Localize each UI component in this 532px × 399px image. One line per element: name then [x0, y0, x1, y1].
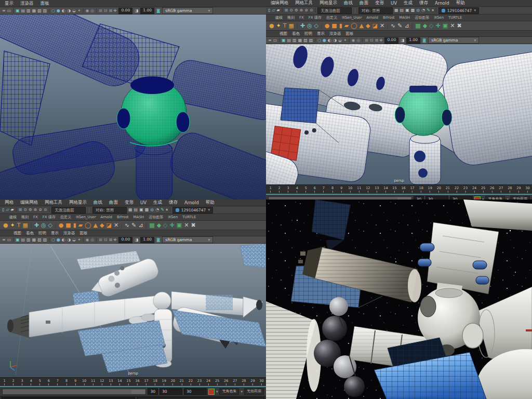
shelf-quad-draw-icon[interactable]: ▣	[177, 222, 182, 228]
wireframe-mode-icon[interactable]: ○	[51, 9, 55, 13]
safe-action-icon[interactable]: ▨	[43, 238, 47, 242]
shelf-quad-draw-icon[interactable]: ▣	[443, 23, 448, 29]
menu-item[interactable]: 渲染器	[63, 231, 75, 236]
render-view-icon[interactable]: ◍	[150, 208, 154, 212]
film-gate-icon[interactable]: ▤	[287, 38, 291, 43]
image-plane-icon[interactable]: ⊞	[99, 238, 102, 242]
timeline-frame-7[interactable]: 7	[57, 379, 59, 385]
range-bar[interactable]	[2, 389, 146, 395]
open-scene-icon[interactable]: ▱	[6, 208, 9, 212]
snap-view-plane-icon[interactable]: ⊜	[38, 208, 42, 212]
gamma-icon[interactable]: ◨	[401, 38, 404, 43]
timeline-frame-20[interactable]: 20	[171, 379, 175, 385]
hypershade-icon[interactable]: ▩	[145, 208, 149, 212]
timeline-frame-9[interactable]: 9	[340, 186, 342, 193]
toon-icon[interactable]: ◔	[155, 208, 159, 212]
shelf-poly-torus-icon[interactable]: ◯	[351, 23, 357, 29]
timeline-frame-18[interactable]: 18	[153, 379, 157, 385]
textured-mode-icon[interactable]: ◐	[328, 38, 331, 43]
shelf-tab[interactable]: 自定义	[60, 215, 71, 220]
viewport-3d-wireframe[interactable]	[0, 15, 266, 200]
shelf-delete-icon[interactable]: ✖	[457, 23, 461, 29]
timeline-frame-16[interactable]: 16	[401, 186, 405, 193]
timeline-frame-21[interactable]: 21	[446, 186, 450, 193]
render-icon[interactable]: ▦	[128, 208, 132, 212]
shelf-tab[interactable]: Arnold	[100, 215, 112, 219]
shelf-star-icon[interactable]: ✦	[10, 222, 15, 228]
sequence-time-icon[interactable]: ⊟	[104, 238, 108, 242]
viewport-3d-shaded-wire[interactable]: persp	[266, 44, 532, 184]
menu-item[interactable]: 曲线	[344, 0, 353, 6]
shadows-icon[interactable]: ◒	[338, 38, 342, 43]
timeline-frame-26[interactable]: 26	[490, 186, 494, 193]
shelf-tab[interactable]: 雕刻	[287, 15, 295, 20]
menu-item[interactable]: 视图	[280, 31, 287, 36]
exposure-icon[interactable]: ✛	[379, 38, 382, 43]
menu-item[interactable]: 曲面	[109, 200, 118, 206]
select-camera-icon[interactable]: ▭	[7, 238, 11, 242]
textured-mode-icon[interactable]: ◐	[62, 9, 65, 13]
shelf-extrude-icon[interactable]: ▲	[360, 23, 364, 29]
wireframe-mode-icon[interactable]: ○	[317, 38, 321, 43]
menu-item[interactable]: 变形	[375, 0, 384, 6]
character-set-dropdown[interactable]: 无角色集	[219, 388, 239, 395]
timeline-frame-23[interactable]: 23	[197, 379, 202, 385]
safe-action-icon[interactable]: ▨	[309, 38, 313, 43]
grid-toggle-icon[interactable]: ▣	[16, 9, 20, 13]
shaded-mode-icon[interactable]: ●	[57, 238, 60, 242]
menu-item[interactable]: 显示	[51, 231, 59, 236]
exposure-icon[interactable]: ✛	[113, 238, 116, 242]
shelf-crate-icon[interactable]: ▦	[289, 23, 294, 29]
symmetry-field[interactable]: 对称: 禁用	[92, 207, 127, 214]
timeline-frame-18[interactable]: 18	[419, 186, 423, 193]
timeline-frame-12[interactable]: 12	[366, 186, 370, 193]
menu-item[interactable]: 显示	[5, 1, 14, 7]
anim-layer-dropdown[interactable]: 无动画层	[510, 196, 530, 200]
xray-icon[interactable]: ◎	[90, 9, 94, 13]
timeline-frame-14[interactable]: 14	[383, 186, 388, 193]
gamma-field[interactable]: 1.00	[140, 8, 154, 14]
timeline-frame-4[interactable]: 4	[30, 379, 32, 385]
shelf-skin-icon[interactable]: ◎	[307, 23, 312, 29]
gate-mask-icon[interactable]: ▦	[32, 9, 36, 13]
menu-item[interactable]: 缓存	[169, 200, 178, 206]
view-transform-dropdown[interactable]: sRGB gamma ▾	[428, 37, 479, 44]
image-plane-icon[interactable]: ⊞	[365, 38, 368, 43]
shelf-star-icon[interactable]: ✦	[276, 23, 281, 29]
viewport-3d-shaded[interactable]: persp	[0, 244, 266, 377]
menu-item[interactable]: 面板	[41, 1, 49, 7]
isolate-select-icon[interactable]: ◉	[351, 38, 355, 43]
shelf-multicut-icon[interactable]: ✕	[114, 222, 118, 228]
shelf-joint-icon[interactable]: ✚	[300, 23, 305, 29]
exposure-field[interactable]: 0.00	[118, 237, 132, 243]
snap-point-icon[interactable]: ⊚	[295, 8, 298, 12]
shelf-separate-icon[interactable]: ◇	[429, 23, 433, 29]
timeline-frame-21[interactable]: 21	[180, 379, 184, 385]
set-key-button[interactable]	[208, 389, 215, 395]
current-frame-field[interactable]: 30	[414, 196, 424, 200]
menu-item[interactable]: 生成	[153, 200, 162, 206]
timeline-frame-11[interactable]: 11	[91, 379, 95, 385]
menu-item[interactable]: 缓存	[419, 0, 428, 6]
paint-effects-icon[interactable]: ✎	[161, 208, 164, 212]
sequence-time-icon[interactable]: ⊟	[370, 38, 374, 43]
menu-item[interactable]: 曲面	[360, 0, 368, 6]
gate-mask-icon[interactable]: ▦	[32, 238, 36, 242]
active-surface-field[interactable]: 无激活曲面	[51, 207, 86, 214]
timeline-frame-22[interactable]: 22	[189, 379, 193, 385]
menu-item[interactable]: 着色	[292, 31, 300, 36]
shelf-joint-icon[interactable]: ✚	[34, 222, 39, 228]
timeline-frame-2[interactable]: 2	[12, 379, 15, 385]
menu-item[interactable]: 网格	[5, 200, 14, 206]
shelf-boolean-icon[interactable]: ◪	[107, 222, 112, 228]
shelf-delete-icon[interactable]: ✖	[191, 222, 195, 228]
timeline-frame-17[interactable]: 17	[410, 186, 414, 193]
render-settings-icon[interactable]: ▣	[405, 8, 409, 12]
shelf-poly-sphere-icon[interactable]: ●	[59, 222, 64, 228]
resolution-gate-icon[interactable]: ▥	[26, 9, 31, 13]
shelf-tab[interactable]: FX 缓存	[43, 215, 56, 220]
toon-icon[interactable]: ◔	[421, 8, 425, 12]
menu-item[interactable]: Arnold	[184, 200, 199, 205]
shelf-smooth-icon[interactable]: ▩	[415, 23, 420, 29]
shelf-multicut-icon[interactable]: ✕	[380, 23, 384, 29]
